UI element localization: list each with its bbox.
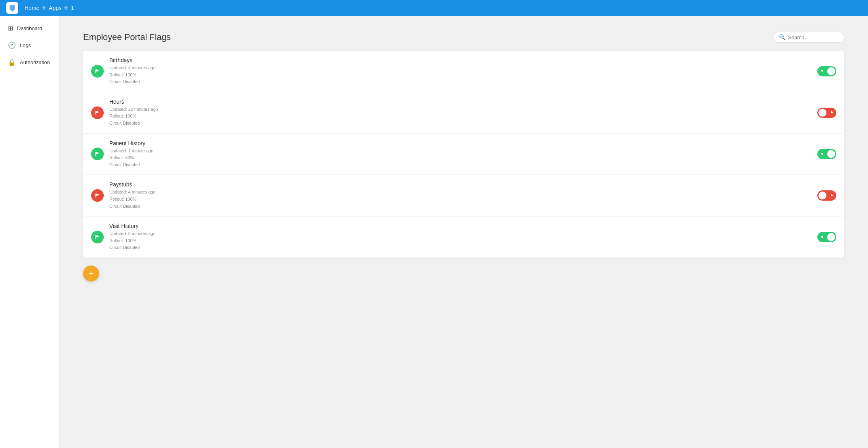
flag-name: Patient History <box>109 140 812 146</box>
svg-marker-5 <box>96 152 99 154</box>
flag-status-icon <box>91 148 104 160</box>
top-nav: Home ✈ Apps ✈ 1 <box>0 0 868 16</box>
add-flag-button[interactable]: + <box>83 266 99 281</box>
toggle-track[interactable]: ⚑ <box>817 190 836 201</box>
toggle-flag-icon: ⚑ <box>820 235 824 239</box>
sidebar-item-authorization-label: Authorization <box>20 59 50 65</box>
svg-marker-1 <box>96 69 99 72</box>
flag-info: Hours Updated: 22 minutes agoRollout: 10… <box>109 99 812 127</box>
svg-rect-0 <box>95 69 96 73</box>
toggle-track[interactable]: ⚑ <box>817 108 836 118</box>
flag-row: Visit History Updated: 3 minutes agoRoll… <box>83 216 844 258</box>
flag-meta: Updated: 4 minutes agoRollout: 100%Circu… <box>109 65 812 85</box>
svg-marker-9 <box>96 235 99 237</box>
search-icon: 🔍 <box>779 34 786 40</box>
flag-status-icon <box>91 106 104 119</box>
breadcrumb: Home ✈ Apps ✈ 1 <box>25 5 74 11</box>
flag-info: Patient History Updated: 1 minute agoRol… <box>109 140 812 169</box>
breadcrumb-arrow-2: ✈ <box>64 5 69 11</box>
flag-toggle[interactable]: ⚑ <box>817 149 836 159</box>
svg-rect-8 <box>95 235 96 239</box>
flag-meta: Updated: 22 minutes agoRollout: 100%Circ… <box>109 106 812 127</box>
flag-row: Patient History Updated: 1 minute agoRol… <box>83 134 844 175</box>
logs-icon: 🕐 <box>8 42 16 49</box>
breadcrumb-arrow-1: ✈ <box>42 5 46 11</box>
breadcrumb-id: 1 <box>71 5 74 11</box>
flag-name: Visit History <box>109 223 812 229</box>
toggle-track[interactable]: ⚑ <box>817 149 836 159</box>
page-header: Employee Portal Flags 🔍 <box>83 32 844 43</box>
toggle-flag-icon: ⚑ <box>820 152 824 156</box>
flag-status-icon <box>91 65 104 78</box>
flag-row: Paystubs Updated: 4 minutes agoRollout: … <box>83 175 844 216</box>
toggle-thumb <box>819 109 826 117</box>
flag-toggle[interactable]: ⚑ <box>817 108 836 118</box>
svg-marker-3 <box>96 111 99 113</box>
flag-row: Birthdays Updated: 4 minutes agoRollout:… <box>83 51 844 92</box>
toggle-track[interactable]: ⚑ <box>817 232 836 242</box>
page-title: Employee Portal Flags <box>83 32 171 42</box>
flag-toggle[interactable]: ⚑ <box>817 232 836 242</box>
sidebar-item-dashboard[interactable]: ⊞ Dashboard <box>2 21 57 36</box>
flag-toggle[interactable]: ⚑ <box>817 66 836 76</box>
authorization-icon: 🔒 <box>8 59 16 66</box>
flag-toggle[interactable]: ⚑ <box>817 190 836 201</box>
flag-status-icon <box>91 231 104 243</box>
flag-name: Hours <box>109 99 812 105</box>
toggle-flag-icon: ⚑ <box>830 110 834 115</box>
toggle-flag-icon: ⚑ <box>830 194 834 198</box>
toggle-thumb <box>819 192 826 199</box>
flag-meta: Updated: 4 minutes agoRollout: 100%Circu… <box>109 189 812 210</box>
sidebar-item-logs[interactable]: 🕐 Logs <box>2 38 57 53</box>
breadcrumb-apps[interactable]: Apps <box>49 5 61 11</box>
sidebar-item-logs-label: Logs <box>20 42 31 48</box>
toggle-flag-icon: ⚑ <box>820 69 824 73</box>
svg-rect-2 <box>95 111 96 115</box>
svg-marker-7 <box>96 194 99 196</box>
flag-row: Hours Updated: 22 minutes agoRollout: 10… <box>83 92 844 134</box>
flag-info: Visit History Updated: 3 minutes agoRoll… <box>109 223 812 251</box>
toggle-thumb <box>827 150 835 158</box>
svg-rect-4 <box>95 152 96 156</box>
toggle-thumb <box>827 67 835 75</box>
main-content: Employee Portal Flags 🔍 Birthdays Update… <box>59 16 868 448</box>
toggle-track[interactable]: ⚑ <box>817 66 836 76</box>
flag-meta: Updated: 1 minute agoRollout: 60%Circuit… <box>109 148 812 169</box>
flag-status-icon <box>91 189 104 202</box>
flag-meta: Updated: 3 minutes agoRollout: 100%Circu… <box>109 230 812 251</box>
dashboard-icon: ⊞ <box>8 25 13 32</box>
search-input[interactable] <box>788 34 838 40</box>
toggle-thumb <box>827 233 835 241</box>
breadcrumb-home[interactable]: Home <box>25 5 39 11</box>
flag-name: Paystubs <box>109 181 812 188</box>
svg-rect-6 <box>95 194 96 197</box>
flag-info: Paystubs Updated: 4 minutes agoRollout: … <box>109 181 812 210</box>
flag-list: Birthdays Updated: 4 minutes agoRollout:… <box>83 51 844 258</box>
sidebar-item-dashboard-label: Dashboard <box>17 25 42 31</box>
search-box[interactable]: 🔍 <box>773 32 844 43</box>
sidebar: ⊞ Dashboard 🕐 Logs 🔒 Authorization <box>0 16 59 448</box>
sidebar-item-authorization[interactable]: 🔒 Authorization <box>2 55 57 70</box>
logo <box>6 2 18 14</box>
flag-info: Birthdays Updated: 4 minutes agoRollout:… <box>109 57 812 85</box>
flag-name: Birthdays <box>109 57 812 63</box>
